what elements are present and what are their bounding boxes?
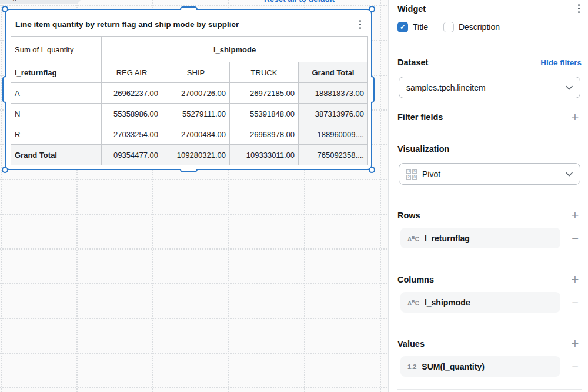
- pivot-widget-card[interactable]: Line item quantity by return flag and sh…: [6, 10, 371, 169]
- row-label: N: [11, 104, 102, 124]
- row-label-grand-total: Grand Total: [11, 145, 102, 165]
- widget-config-panel: Widget ✓ Title Description Dataset Hide …: [388, 0, 588, 392]
- values-field-row: 1.2 SUM(l_quantity) −: [397, 356, 582, 377]
- cell-value: 55391848.00: [230, 104, 299, 124]
- pivot-row-dimension: l_returnflag: [11, 62, 102, 83]
- cell-value-grand-total: 387313976.00: [299, 104, 368, 124]
- column-header: REG AIR: [102, 62, 162, 83]
- rows-section-title: Rows: [397, 211, 420, 220]
- widget-kebab-menu-icon[interactable]: [358, 18, 363, 31]
- divider: [397, 46, 582, 46]
- cell-value: 109333011.00: [230, 145, 299, 165]
- columns-field-label: l_shipmode: [425, 298, 470, 307]
- segment-filter-pill[interactable]: Segment: BUILDING: [0, 0, 81, 4]
- widget-selection-frame: Line item quantity by return flag and sh…: [5, 9, 372, 170]
- cell-value-grand-total: 188818373.00: [299, 83, 368, 104]
- remove-row-field-button[interactable]: −: [569, 232, 582, 245]
- widget-title: Line item quantity by return flag and sh…: [15, 20, 239, 29]
- values-field-chip[interactable]: 1.2 SUM(l_quantity): [400, 356, 560, 377]
- visualization-select[interactable]: 3 6 2 8 Pivot: [399, 163, 580, 185]
- filter-fields-title: Filter fields: [397, 112, 443, 122]
- checkbox-checked-icon: ✓: [397, 22, 408, 32]
- rows-field-label: l_returnflag: [425, 234, 470, 243]
- string-type-icon: ABC: [407, 233, 419, 244]
- rows-field-chip[interactable]: ABC l_returnflag: [400, 228, 560, 248]
- cell-value-grand-total: 188960009....: [299, 124, 368, 145]
- chevron-down-icon: [566, 85, 573, 90]
- chevron-down-icon: [566, 172, 573, 177]
- pivot-measure-label: Sum of l_quantity: [11, 37, 102, 62]
- cell-value: 109280321.00: [162, 145, 230, 165]
- description-checkbox-label: Description: [459, 22, 500, 32]
- cell-value: 26962237.00: [102, 83, 162, 104]
- pivot-table: Sum of l_quantity l_shipmode l_returnfla…: [11, 36, 368, 165]
- row-label: R: [11, 124, 102, 145]
- values-section-title: Values: [397, 339, 425, 348]
- cell-value: 27000726.00: [162, 83, 230, 104]
- dataset-select-value: samples.tpch.lineitem: [406, 83, 561, 92]
- dataset-section-title: Dataset: [397, 58, 428, 67]
- divider: [397, 131, 582, 131]
- row-label: A: [11, 83, 102, 104]
- columns-field-row: ABC l_shipmode −: [397, 292, 582, 313]
- widget-section-title: Widget: [397, 4, 426, 14]
- column-header: TRUCK: [230, 62, 299, 83]
- string-type-icon: ABC: [407, 297, 419, 308]
- title-checkbox[interactable]: ✓ Title: [397, 22, 428, 32]
- divider: [397, 325, 582, 325]
- divider: [397, 195, 582, 195]
- panel-kebab-menu-icon[interactable]: [576, 2, 582, 15]
- add-value-field-button[interactable]: +: [569, 337, 582, 350]
- dashboard-canvas: Segment: BUILDING Reset all to default L…: [0, 0, 388, 392]
- segment-filter-label: Segment:: [4, 0, 35, 1]
- title-checkbox-label: Title: [413, 22, 428, 32]
- pivot-header-row-2: l_returnflag REG AIR SHIP TRUCK Grand To…: [11, 62, 368, 83]
- add-row-field-button[interactable]: +: [569, 209, 582, 222]
- number-type-icon: 1.2: [407, 363, 416, 370]
- pivot-column-dimension: l_shipmode: [102, 37, 368, 62]
- cell-value-grand-total: 765092358....: [299, 145, 368, 165]
- table-row: A 26962237.00 27000726.00 26972185.00 18…: [11, 83, 368, 104]
- add-column-field-button[interactable]: +: [569, 273, 582, 286]
- divider: [397, 261, 582, 261]
- remove-value-field-button[interactable]: −: [569, 360, 582, 373]
- column-header-grand-total: Grand Total: [299, 62, 368, 83]
- filter-fields-section-header: Filter fields +: [397, 111, 582, 124]
- segment-filter-value: BUILDING: [38, 0, 73, 1]
- pivot-viz-icon: 3 6 2 8: [406, 169, 417, 180]
- hide-filters-link[interactable]: Hide filters: [540, 58, 582, 67]
- visualization-select-value: Pivot: [422, 170, 561, 179]
- cell-value: 26968978.00: [230, 124, 299, 145]
- description-checkbox[interactable]: Description: [443, 22, 500, 32]
- rows-field-row: ABC l_returnflag −: [397, 228, 582, 248]
- column-header: SHIP: [162, 62, 230, 83]
- widget-checkbox-row: ✓ Title Description: [397, 22, 582, 32]
- table-row: R 27033254.00 27000484.00 26968978.00 18…: [11, 124, 368, 145]
- cell-value: 27000484.00: [162, 124, 230, 145]
- rows-section-header: Rows +: [397, 209, 582, 222]
- add-filter-field-button[interactable]: +: [569, 111, 582, 124]
- columns-section-title: Columns: [397, 275, 434, 284]
- dataset-select[interactable]: samples.tpch.lineitem: [399, 77, 580, 98]
- checkbox-unchecked-icon: [443, 22, 454, 32]
- remove-column-field-button[interactable]: −: [569, 296, 582, 309]
- cell-value: 09354477.00: [102, 145, 162, 165]
- columns-field-chip[interactable]: ABC l_shipmode: [400, 292, 560, 313]
- cell-value: 27033254.00: [102, 124, 162, 145]
- pivot-header-row-1: Sum of l_quantity l_shipmode: [11, 37, 368, 62]
- dataset-section-header: Dataset Hide filters: [397, 58, 582, 67]
- values-field-label: SUM(l_quantity): [422, 362, 485, 371]
- widget-section-header: Widget: [397, 2, 582, 15]
- visualization-title: Visualization: [397, 144, 449, 154]
- cell-value: 55358986.00: [102, 104, 162, 124]
- columns-section-header: Columns +: [397, 273, 582, 286]
- table-row-grand-total: Grand Total 09354477.00 109280321.00 109…: [11, 145, 368, 165]
- table-row: N 55358986.00 55279111.00 55391848.00 38…: [11, 104, 368, 124]
- visualization-section-header: Visualization: [397, 144, 582, 154]
- values-section-header: Values +: [397, 337, 582, 350]
- reset-all-link[interactable]: Reset all to default: [264, 0, 335, 4]
- cell-value: 55279111.00: [162, 104, 230, 124]
- divider: [397, 389, 582, 390]
- cell-value: 26972185.00: [230, 83, 299, 104]
